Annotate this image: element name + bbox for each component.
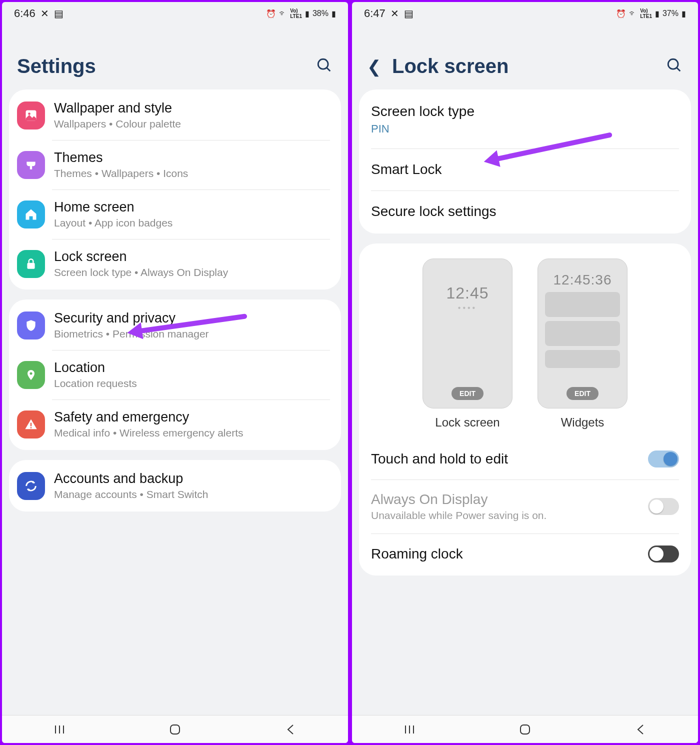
- svg-rect-6: [30, 422, 32, 426]
- wifi-icon: ᯤ: [629, 9, 637, 18]
- back-icon[interactable]: ❮: [367, 56, 381, 76]
- preview-time: 12:45: [446, 284, 488, 302]
- home-button[interactable]: [518, 723, 532, 736]
- picture-icon: ▤: [404, 8, 414, 20]
- item-title: Safety and emergency: [54, 410, 243, 425]
- back-button[interactable]: [634, 723, 647, 736]
- back-button[interactable]: [284, 723, 297, 736]
- warning-icon: [17, 410, 45, 438]
- item-touch-hold-edit[interactable]: Touch and hold to edit: [359, 438, 691, 480]
- settings-group-2: Security and privacyBiometrics • Permiss…: [9, 300, 341, 450]
- item-title: Lock screen: [54, 249, 228, 264]
- widgets-preview[interactable]: 12:45:36 EDIT Widgets: [538, 258, 628, 430]
- svg-point-3: [28, 112, 30, 115]
- recents-button[interactable]: [403, 723, 416, 736]
- volte-icon: Vo)LTE1: [290, 8, 302, 19]
- page-header: ❮ Lock screen: [352, 25, 698, 90]
- settings-item-wallpaper[interactable]: Wallpaper and styleWallpapers • Colour p…: [9, 90, 341, 140]
- lock-screen-settings: 6:47 ✕ ▤ ⏰ ᯤ Vo)LTE1 ▮ 37% ▮ ❮ Lock scre…: [352, 2, 698, 743]
- edit-button[interactable]: EDIT: [566, 387, 598, 400]
- clock: 6:46: [14, 7, 36, 20]
- settings-screen: 6:46 ✕ ▤ ⏰ ᯤ Vo)LTE1 ▮ 38% ▮ Settings Wa…: [2, 2, 348, 743]
- item-subtitle: PIN: [371, 122, 679, 136]
- signal-icon: ▮: [305, 9, 310, 18]
- item-title: Home screen: [54, 200, 172, 215]
- item-subtitle: Location requests: [54, 378, 137, 390]
- item-title: Screen lock type: [371, 104, 679, 120]
- item-subtitle: Screen lock type • Always On Display: [54, 266, 228, 278]
- home-button[interactable]: [168, 723, 182, 736]
- svg-rect-17: [520, 725, 530, 734]
- toggle-switch[interactable]: [648, 546, 679, 562]
- svg-point-0: [318, 59, 328, 69]
- preview-row: 12:45 •••• EDIT Lock screen 12:45:36 EDI…: [359, 244, 691, 438]
- item-title: Touch and hold to edit: [371, 451, 508, 467]
- item-subtitle: Unavailable while Power saving is on.: [371, 510, 546, 522]
- search-button[interactable]: [666, 57, 683, 76]
- signal-icon: ▮: [655, 9, 660, 18]
- edit-button[interactable]: EDIT: [452, 387, 484, 400]
- item-title: Secure lock settings: [371, 204, 679, 220]
- widget-block: [545, 292, 620, 317]
- item-always-on-display: Always On Display Unavailable while Powe…: [359, 480, 691, 534]
- battery-percent: 38%: [312, 9, 328, 18]
- item-title: Themes: [54, 150, 188, 166]
- svg-line-1: [326, 68, 330, 71]
- alarm-icon: ⏰: [266, 9, 276, 18]
- preview-label: Widgets: [561, 416, 604, 430]
- toggle-switch[interactable]: [648, 450, 679, 468]
- settings-item-home[interactable]: Home screenLayout • App icon badges: [9, 190, 341, 239]
- item-roaming-clock[interactable]: Roaming clock: [359, 534, 691, 574]
- page-title: Lock screen: [392, 55, 508, 78]
- item-title: Roaming clock: [371, 546, 463, 562]
- settings-item-safety[interactable]: Safety and emergencyMedical info • Wirel…: [9, 400, 341, 449]
- recents-button[interactable]: [53, 723, 66, 736]
- home-icon: [17, 200, 45, 228]
- missed-call-icon: ✕: [390, 8, 399, 20]
- sync-icon: [17, 472, 45, 500]
- preview-time: 12:45:36: [554, 272, 612, 288]
- picture-icon: ▤: [54, 8, 64, 20]
- lock-section-2: 12:45 •••• EDIT Lock screen 12:45:36 EDI…: [359, 244, 691, 576]
- svg-point-5: [30, 372, 32, 374]
- wifi-icon: ᯤ: [279, 9, 287, 18]
- status-bar: 6:47 ✕ ▤ ⏰ ᯤ Vo)LTE1 ▮ 37% ▮: [352, 2, 698, 25]
- location-icon: [17, 361, 45, 389]
- alarm-icon: ⏰: [616, 9, 626, 18]
- settings-group-3: Accounts and backupManage accounts • Sma…: [9, 460, 341, 512]
- item-title: Wallpaper and style: [54, 100, 181, 116]
- item-title: Smart Lock: [371, 162, 679, 178]
- page-title: Settings: [17, 55, 96, 78]
- missed-call-icon: ✕: [40, 8, 49, 20]
- item-subtitle: Themes • Wallpapers • Icons: [54, 168, 188, 180]
- settings-item-location[interactable]: LocationLocation requests: [9, 350, 341, 400]
- wallpaper-icon: [17, 102, 45, 130]
- preview-dots-icon: ••••: [458, 304, 477, 312]
- nav-bar: [2, 715, 348, 743]
- volte-icon: Vo)LTE1: [640, 8, 652, 19]
- page-header: Settings: [2, 25, 348, 90]
- lock-icon: [17, 250, 45, 278]
- item-secure-lock-settings[interactable]: Secure lock settings: [359, 190, 691, 232]
- settings-item-lock-screen[interactable]: Lock screenScreen lock type • Always On …: [9, 239, 341, 288]
- item-title: Location: [54, 360, 137, 376]
- svg-rect-7: [30, 427, 32, 428]
- battery-icon: ▮: [682, 9, 686, 18]
- lock-section-1: Screen lock type PIN Smart Lock Secure l…: [359, 90, 691, 234]
- battery-percent: 37%: [662, 9, 678, 18]
- settings-item-themes[interactable]: ThemesThemes • Wallpapers • Icons: [9, 140, 341, 190]
- toggle-switch: [648, 498, 679, 515]
- item-title: Accounts and backup: [54, 471, 208, 486]
- item-subtitle: Manage accounts • Smart Switch: [54, 488, 208, 500]
- settings-item-accounts[interactable]: Accounts and backupManage accounts • Sma…: [9, 461, 341, 510]
- clock: 6:47: [364, 7, 386, 20]
- svg-point-12: [668, 59, 678, 69]
- svg-line-13: [676, 68, 680, 71]
- item-screen-lock-type[interactable]: Screen lock type PIN: [359, 90, 691, 148]
- search-button[interactable]: [316, 57, 333, 76]
- settings-group-1: Wallpaper and styleWallpapers • Colour p…: [9, 90, 341, 290]
- shield-icon: [17, 312, 45, 340]
- svg-rect-11: [170, 725, 180, 734]
- lock-screen-preview[interactable]: 12:45 •••• EDIT Lock screen: [422, 258, 512, 430]
- svg-rect-4: [27, 262, 34, 268]
